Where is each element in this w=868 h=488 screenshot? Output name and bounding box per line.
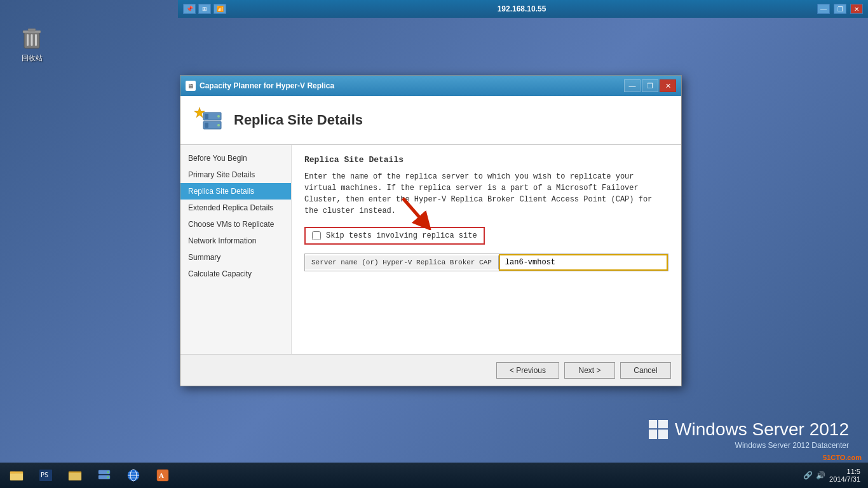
svg-rect-3 (35, 34, 37, 46)
remote-minimize-btn[interactable]: — (817, 4, 830, 14)
dialog-header-title: Replica Site Details (234, 112, 363, 128)
svg-rect-8 (205, 114, 208, 119)
svg-rect-25 (69, 473, 81, 480)
svg-rect-16 (658, 420, 668, 428)
content-section-title: Replica Site Details (304, 155, 668, 165)
skip-tests-checkbox[interactable] (312, 231, 321, 240)
nav-panel: Before You Begin Primary Site Details Re… (180, 145, 292, 357)
remote-bar-controls: — ❐ ✕ (817, 4, 863, 14)
dialog-title-buttons: — ❐ ✕ (624, 79, 676, 92)
taskbar-server-manager[interactable] (90, 464, 118, 487)
dialog-window: 🖥 Capacity Planner for Hyper-V Replica —… (180, 75, 682, 386)
svg-rect-21 (10, 471, 15, 473)
windows-logo-row: Windows Server 2012 (648, 419, 849, 440)
windows-branding: Windows Server 2012 Windows Server 2012 … (0, 419, 868, 456)
svg-text:A: A (159, 471, 164, 479)
server-input-label: Server name (or) Hyper-V Replica Broker … (305, 255, 499, 269)
desktop: 📌 ⊞ 📶 192.168.10.55 — ❐ ✕ 回收站 (0, 0, 868, 488)
recycle-bin-image (19, 25, 44, 51)
nav-item-replica-site-details[interactable]: Replica Site Details (180, 183, 291, 200)
taskbar-folder[interactable] (61, 464, 89, 487)
svg-rect-15 (649, 420, 657, 428)
nav-item-before-you-begin[interactable]: Before You Begin (180, 150, 291, 166)
dialog-title-left: 🖥 Capacity Planner for Hyper-V Replica (186, 81, 334, 91)
svg-point-29 (107, 477, 109, 478)
windows-edition-text: Windows Server 2012 Datacenter (735, 441, 849, 450)
remote-ip-address: 192.168.10.55 (498, 4, 546, 13)
taskbar-right: 🔗 🔊 11:5 2014/7/31 (803, 468, 865, 483)
content-description: Enter the name of the replica server to … (304, 171, 668, 217)
dialog-header: Replica Site Details (180, 96, 681, 145)
dialog-title-text: Capacity Planner for Hyper-V Replica (200, 81, 334, 90)
network-icon: 🔗 (803, 470, 813, 480)
taskbar-file-explorer[interactable] (3, 464, 31, 487)
cancel-button[interactable]: Cancel (620, 362, 671, 379)
taskbar-powershell[interactable]: PS (32, 464, 60, 487)
wizard-icon (191, 104, 224, 137)
server-name-row: Server name (or) Hyper-V Replica Broker … (304, 254, 668, 271)
svg-rect-20 (10, 473, 23, 480)
content-panel: Replica Site Details Enter the name of t… (292, 145, 681, 357)
taskbar: PS (0, 463, 868, 488)
svg-point-9 (217, 115, 220, 118)
recycle-bin-icon[interactable]: 回收站 (13, 25, 51, 63)
remote-bar-left: 📌 ⊞ 📶 (183, 4, 226, 14)
recycle-bin-label: 回收站 (22, 53, 43, 63)
dialog-footer: < Previous Next > Cancel (180, 354, 681, 386)
nav-item-summary[interactable]: Summary (180, 249, 291, 266)
svg-point-12 (217, 124, 220, 126)
taskbar-app-icon[interactable]: A (149, 464, 177, 487)
skip-tests-label[interactable]: Skip tests involving replica site (304, 227, 485, 245)
svg-rect-18 (658, 430, 668, 439)
nav-item-primary-site-details[interactable]: Primary Site Details (180, 166, 291, 183)
signal-icon: 📶 (214, 4, 226, 14)
svg-rect-1 (27, 34, 29, 46)
skip-tests-text: Skip tests involving replica site (326, 231, 477, 240)
svg-rect-2 (31, 34, 33, 46)
svg-rect-17 (649, 430, 657, 439)
clock-date: 2014/7/31 (829, 475, 860, 483)
previous-button[interactable]: < Previous (496, 362, 559, 379)
taskbar-internet-explorer[interactable] (119, 464, 147, 487)
resize-button[interactable]: ⊞ (198, 4, 211, 14)
windows-server-text: Windows Server 2012 (675, 419, 849, 440)
svg-rect-11 (205, 123, 208, 128)
remote-restore-btn[interactable]: ❐ (834, 4, 846, 14)
nav-item-extended-replica-details[interactable]: Extended Replica Details (180, 200, 291, 216)
volume-icon: 🔊 (815, 470, 825, 480)
checkbox-container: Skip tests involving replica site (304, 227, 668, 245)
svg-point-28 (107, 471, 109, 473)
server-name-input[interactable] (499, 254, 668, 271)
nav-item-network-information[interactable]: Network Information (180, 233, 291, 249)
next-button[interactable]: Next > (564, 362, 615, 379)
nav-item-choose-vms[interactable]: Choose VMs to Replicate (180, 216, 291, 233)
pin-button[interactable]: 📌 (183, 4, 196, 14)
nav-item-calculate-capacity[interactable]: Calculate Capacity (180, 266, 291, 282)
taskbar-left: PS (3, 464, 177, 487)
clock-time: 11:5 (829, 468, 860, 475)
dialog-body: Before You Begin Primary Site Details Re… (180, 145, 681, 357)
remote-desktop-bar: 📌 ⊞ 📶 192.168.10.55 — ❐ ✕ (178, 0, 868, 18)
svg-rect-5 (28, 29, 36, 31)
windows-logo-icon (648, 419, 668, 440)
taskbar-clock: 11:5 2014/7/31 (829, 468, 860, 483)
dialog-restore-btn[interactable]: ❐ (642, 79, 658, 92)
dialog-titlebar: 🖥 Capacity Planner for Hyper-V Replica —… (180, 76, 681, 96)
dialog-close-btn[interactable]: ✕ (660, 79, 676, 92)
svg-text:PS: PS (41, 471, 48, 478)
dialog-window-icon: 🖥 (186, 81, 196, 91)
remote-close-btn[interactable]: ✕ (850, 4, 863, 14)
dialog-minimize-btn[interactable]: — (624, 79, 641, 92)
systray: 🔗 🔊 (803, 470, 825, 480)
site-watermark: 51CTO.com (823, 454, 862, 461)
